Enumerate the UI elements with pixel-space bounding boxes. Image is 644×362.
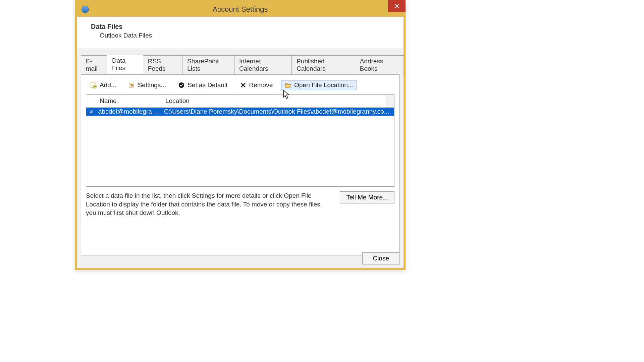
dialog-footer: Close (362, 252, 399, 264)
tab-published-calendars[interactable]: Published Calendars (291, 55, 355, 75)
tab-rss-feeds[interactable]: RSS Feeds (143, 55, 182, 75)
tab-address-books[interactable]: Address Books (355, 55, 404, 75)
tell-me-more-button[interactable]: Tell Me More... (340, 191, 394, 203)
column-name[interactable]: Name (96, 95, 162, 107)
app-icon (82, 6, 89, 13)
svg-point-10 (89, 109, 94, 114)
data-files-panel: Add... Settings... Set as Default (81, 74, 399, 255)
remove-button-label: Remove (249, 81, 273, 89)
set-default-button[interactable]: Set as Default (174, 80, 231, 90)
close-icon (394, 4, 399, 8)
data-files-list[interactable]: Name Location abcdef@mobilegran... C:\Us… (86, 94, 394, 187)
info-text: Select a data file in the list, then cli… (86, 191, 333, 217)
titlebar[interactable]: Account Settings (77, 2, 404, 17)
header-title: Data Files (91, 23, 399, 31)
check-circle-icon (178, 82, 185, 88)
column-default-indicator[interactable] (86, 95, 96, 107)
tab-email[interactable]: E-mail (81, 55, 107, 75)
tab-sharepoint-lists[interactable]: SharePoint Lists (182, 55, 234, 75)
settings-button-label: Settings... (138, 81, 166, 89)
data-file-row[interactable]: abcdef@mobilegran... C:\Users\Diane Pore… (86, 108, 394, 116)
folder-open-icon (285, 82, 291, 88)
open-file-location-label: Open File Location... (294, 81, 353, 89)
add-button[interactable]: Add... (87, 80, 120, 90)
column-location[interactable]: Location (162, 95, 386, 107)
info-row: Select a data file in the list, then cli… (86, 191, 394, 217)
list-body: abcdef@mobilegran... C:\Users\Diane Pore… (86, 108, 394, 186)
toolbar: Add... Settings... Set as Default (86, 79, 394, 94)
header-subtitle: Outlook Data Files (100, 32, 399, 39)
add-datafile-icon (90, 82, 97, 88)
list-header: Name Location (86, 95, 394, 108)
open-file-location-button[interactable]: Open File Location... (281, 80, 357, 90)
tab-internet-calendars[interactable]: Internet Calendars (234, 55, 292, 75)
cell-location: C:\Users\Diane Poremsky\Documents\Outloo… (162, 108, 394, 115)
remove-button[interactable]: Remove (236, 80, 277, 90)
dialog-header: Data Files Outlook Data Files (77, 17, 404, 49)
svg-point-7 (179, 82, 184, 88)
tab-data-files[interactable]: Data Files (107, 55, 143, 74)
cell-name: abcdef@mobilegran... (96, 108, 162, 115)
remove-icon (240, 82, 247, 88)
window-close-button[interactable] (388, 0, 406, 12)
add-button-label: Add... (100, 81, 116, 89)
set-default-button-label: Set as Default (187, 81, 227, 89)
tab-bar: E-mail Data Files RSS Feeds SharePoint L… (77, 55, 404, 74)
settings-button[interactable]: Settings... (125, 80, 170, 90)
account-settings-dialog: Account Settings Data Files Outlook Data… (75, 0, 406, 270)
close-button[interactable]: Close (362, 252, 399, 264)
default-indicator-icon (86, 109, 96, 115)
scrollbar-stub (386, 95, 394, 107)
settings-icon (128, 82, 135, 88)
window-title: Account Settings (77, 5, 404, 14)
